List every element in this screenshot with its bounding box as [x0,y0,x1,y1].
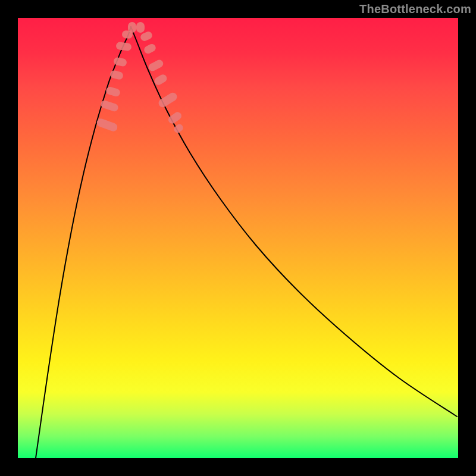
data-marker-group [96,22,184,134]
data-marker [128,22,136,33]
chart-stage: TheBottleneck.com [0,0,476,476]
data-marker [136,22,145,33]
data-marker [167,111,183,125]
data-marker [147,58,164,73]
watermark-label: TheBottleneck.com [359,2,471,16]
data-marker [96,117,119,132]
data-marker [143,43,157,55]
bottleneck-curve-right [131,27,457,416]
data-marker [115,42,132,51]
data-marker [153,73,168,86]
curve-layer [18,18,458,458]
plot-area [18,18,458,458]
data-marker [109,70,124,80]
data-marker [157,91,178,109]
data-marker [100,99,120,112]
